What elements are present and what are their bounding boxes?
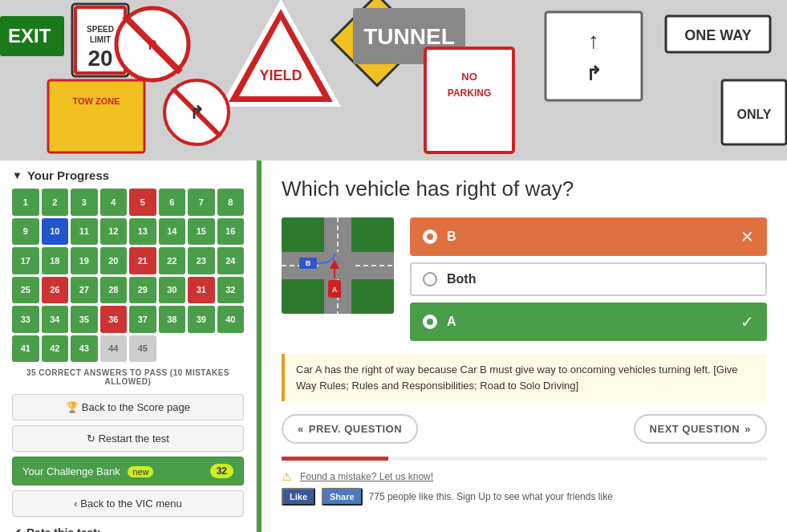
grid-cell-20[interactable]: 20 — [100, 247, 128, 274]
facebook-share-button[interactable]: Share — [322, 488, 363, 506]
main-content: Which vehicle has right of way? — [262, 160, 787, 532]
svg-text:P: P — [148, 39, 157, 52]
grid-cell-16[interactable]: 16 — [217, 218, 245, 246]
grid-cell-11[interactable]: 11 — [71, 218, 98, 246]
challenge-bank-button[interactable]: Your Challenge Bank new 32 — [12, 457, 244, 485]
next-question-button[interactable]: NEXT QUESTION » — [634, 414, 767, 444]
prev-label: PREV. QUESTION — [309, 423, 402, 435]
grid-cell-18[interactable]: 18 — [42, 247, 69, 274]
restart-test-button[interactable]: ↻ Restart the test — [12, 425, 244, 452]
grid-cell-7[interactable]: 7 — [188, 189, 215, 216]
answer-b-option[interactable]: B ✕ — [410, 217, 767, 256]
explanation-box: Car A has the right of way because Car B… — [282, 354, 767, 401]
grid-cell-13[interactable]: 13 — [129, 218, 156, 246]
grid-cell-23[interactable]: 23 — [188, 247, 215, 274]
score-page-button[interactable]: 🏆 Back to the Score page — [12, 394, 244, 420]
grid-cell-6[interactable]: 6 — [159, 189, 186, 216]
answer-a-label: A — [447, 315, 732, 329]
svg-text:↑: ↑ — [588, 28, 599, 53]
explanation-text: Car A has the right of way because Car B… — [296, 363, 738, 392]
grid-cell-36[interactable]: 36 — [100, 306, 128, 333]
grid-cell-28[interactable]: 28 — [100, 277, 128, 304]
grid-cell-14[interactable]: 14 — [159, 218, 186, 246]
svg-text:LIMIT: LIMIT — [90, 35, 111, 44]
svg-text:YIELD: YIELD — [259, 67, 302, 83]
progress-header: ▼ Your Progress — [12, 169, 244, 182]
progress-bar-fill — [282, 457, 388, 461]
progress-title: Your Progress — [27, 169, 109, 182]
answers-container: B ✕ Both A ✓ — [410, 217, 767, 341]
progress-bar — [282, 457, 767, 461]
refresh-icon: ↻ — [87, 433, 95, 445]
svg-text:↱: ↱ — [189, 103, 204, 123]
vic-menu-button[interactable]: ‹ Back to the VIC menu — [12, 490, 244, 517]
sidebar: ▼ Your Progress 123456789101112131415161… — [0, 160, 257, 532]
grid-cell-44[interactable]: 44 — [100, 335, 128, 363]
svg-text:ONLY: ONLY — [737, 108, 772, 121]
grid-cell-31[interactable]: 31 — [188, 277, 215, 304]
grid-cell-26[interactable]: 26 — [42, 277, 69, 304]
grid-cell-15[interactable]: 15 — [188, 218, 215, 246]
restart-label: Restart the test — [99, 433, 169, 445]
grid-cell-35[interactable]: 35 — [71, 306, 98, 333]
grid-cell-45[interactable]: 45 — [129, 335, 156, 363]
grid-cell-3[interactable]: 3 — [71, 189, 98, 216]
radio-b — [423, 229, 437, 244]
grid-cell-2[interactable]: 2 — [42, 189, 69, 216]
svg-rect-27 — [48, 80, 144, 152]
question-body: A B — [282, 217, 767, 341]
rate-section: ✔ Rate this test: ★★★★★ 4.3 out of 5 bas… — [12, 526, 244, 532]
grid-cell-24[interactable]: 24 — [217, 247, 245, 274]
grid-cell-33[interactable]: 33 — [12, 306, 39, 333]
challenge-bank-label: Your Challenge Bank new — [22, 465, 153, 477]
grid-cell-17[interactable]: 17 — [12, 247, 39, 274]
grid-cell-39[interactable]: 39 — [188, 306, 215, 333]
grid-cell-4[interactable]: 4 — [100, 189, 128, 216]
svg-text:ONE WAY: ONE WAY — [684, 27, 751, 43]
grid-cell-9[interactable]: 9 — [12, 218, 39, 246]
grid-cell-29[interactable]: 29 — [129, 277, 156, 304]
grid-cell-41[interactable]: 41 — [12, 335, 39, 363]
chevron-down-icon: ▼ — [12, 169, 22, 181]
warning-icon: ⚠ — [282, 470, 292, 483]
radio-inner — [427, 234, 433, 240]
grid-cell-19[interactable]: 19 — [71, 247, 98, 274]
trophy-icon: 🏆 — [66, 401, 79, 413]
facebook-like-button[interactable]: Like — [282, 488, 315, 506]
checkmark-icon: ✔ — [12, 526, 22, 532]
number-grid: 1234567891011121314151617181920212223242… — [12, 189, 244, 362]
social-count: 775 people like this. Sign Up to see wha… — [369, 491, 613, 502]
grid-cell-43[interactable]: 43 — [71, 335, 98, 363]
correct-icon: ✓ — [740, 312, 754, 331]
svg-text:↱: ↱ — [586, 63, 602, 84]
grid-cell-8[interactable]: 8 — [217, 189, 245, 216]
grid-cell-12[interactable]: 12 — [100, 218, 128, 246]
answer-a-option[interactable]: A ✓ — [410, 303, 767, 341]
grid-cell-42[interactable]: 42 — [42, 335, 69, 363]
grid-cell-10[interactable]: 10 — [42, 218, 69, 246]
svg-text:20: 20 — [87, 46, 112, 71]
score-page-label: Back to the Score page — [82, 401, 190, 413]
grid-cell-34[interactable]: 34 — [42, 306, 69, 333]
grid-cell-27[interactable]: 27 — [71, 277, 98, 304]
grid-cell-21[interactable]: 21 — [129, 247, 156, 274]
wrong-icon: ✕ — [740, 227, 754, 246]
grid-cell-32[interactable]: 32 — [217, 277, 245, 304]
answer-b-label: B — [447, 229, 732, 244]
answer-both-option[interactable]: Both — [410, 262, 767, 296]
mistake-link[interactable]: Found a mistake? Let us know! — [300, 471, 433, 482]
grid-cell-37[interactable]: 37 — [129, 306, 156, 333]
prev-question-button[interactable]: « PREV. QUESTION — [282, 414, 418, 444]
grid-cell-22[interactable]: 22 — [159, 247, 186, 274]
grid-cell-25[interactable]: 25 — [12, 277, 39, 304]
grid-cell-30[interactable]: 30 — [159, 277, 186, 304]
grid-cell-40[interactable]: 40 — [217, 306, 245, 333]
svg-rect-17 — [425, 48, 513, 152]
challenge-count-badge: 32 — [210, 464, 233, 478]
grid-cell-1[interactable]: 1 — [12, 189, 39, 216]
back-icon: ‹ — [74, 497, 77, 510]
new-badge: new — [128, 466, 153, 477]
grid-cell-5[interactable]: 5 — [129, 189, 156, 216]
intersection-diagram: A B — [282, 217, 394, 314]
grid-cell-38[interactable]: 38 — [159, 306, 186, 333]
